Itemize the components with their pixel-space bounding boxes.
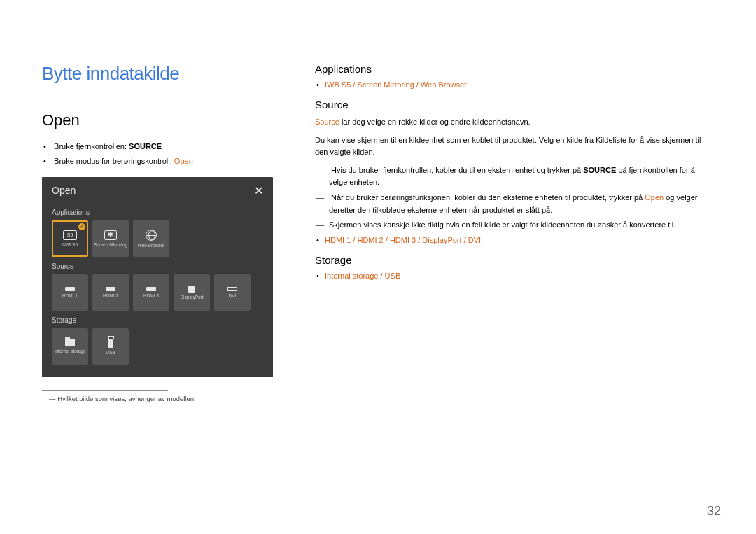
- dash1-bold: SOURCE: [583, 166, 616, 174]
- source-para1-rest: lar deg velge en rekke kilder og endre k…: [340, 118, 531, 126]
- tile-hdmi1[interactable]: HDMI 1: [52, 274, 88, 311]
- hdmi-icon: [106, 287, 115, 291]
- chapter-title: Bytte inndatakilde: [42, 63, 287, 85]
- tile-screen-mirroring[interactable]: Screen Mirroring: [92, 220, 129, 257]
- panel-title: Open: [52, 185, 76, 196]
- bullet-touch: Bruke modus for berøringskontroll: Open: [52, 154, 287, 169]
- apps-list-text: IWB S5 / Screen Mirroring / Web Browser: [325, 80, 467, 89]
- tile-web-browser[interactable]: Web Browser: [133, 220, 169, 257]
- bullet-touch-text: Bruke modus for berøringskontroll:: [54, 157, 174, 165]
- tile-label: Internal storage: [54, 349, 85, 353]
- bullet-remote-text: Bruke fjernkontrollen:: [54, 142, 129, 150]
- tile-label: IWB S5: [62, 242, 78, 247]
- dash2-orange: Open: [645, 193, 664, 202]
- dash-item-3: Skjermen vises kanskje ikke riktig hvis …: [329, 219, 714, 232]
- tile-usb[interactable]: USB: [92, 328, 129, 365]
- bullet-remote: Bruke fjernkontrollen: SOURCE: [52, 139, 287, 154]
- hdmi-icon: [146, 287, 156, 291]
- panel-source-label: Source: [42, 257, 273, 274]
- hdmi-icon: [65, 287, 75, 291]
- panel-apps-label: Applications: [42, 203, 273, 220]
- dash-item-2: Når du bruker berøringsfunksjonen, koble…: [329, 192, 714, 216]
- tile-hdmi3[interactable]: HDMI 3: [133, 274, 169, 311]
- hdmi-list-text: HDMI 1 / HDMI 2 / HDMI 3 / DisplayPort /…: [325, 236, 481, 244]
- dash2-a: Når du bruker berøringsfunksjonen, koble…: [331, 193, 645, 202]
- tile-label: USB: [106, 350, 115, 355]
- globe-icon: [146, 230, 157, 241]
- page-number: 32: [707, 504, 721, 519]
- close-icon[interactable]: ✕: [254, 184, 263, 197]
- tile-label: HDMI 3: [144, 293, 159, 298]
- tile-dvi[interactable]: DVI: [214, 274, 251, 311]
- dash-item-1: Hvis du bruker fjernkontrollen, kobler d…: [329, 164, 714, 189]
- source-para2: Du kan vise skjermen til en kildeenhet s…: [315, 134, 714, 159]
- mirror-icon: [104, 230, 117, 240]
- tile-internal-storage[interactable]: Internal storage: [52, 328, 88, 365]
- dash1-a: Hvis du bruker fjernkontrollen, kobler d…: [331, 166, 583, 174]
- open-panel: Open ✕ Applications ✓ S5 IWB S5 Screen M…: [42, 177, 273, 377]
- displayport-icon: [188, 286, 195, 293]
- apps-heading: Applications: [315, 63, 714, 75]
- tile-hdmi2[interactable]: HDMI 2: [92, 274, 129, 311]
- footnote: Hvilket bilde som vises, avhenger av mod…: [42, 395, 287, 402]
- tile-label: HDMI 1: [62, 293, 78, 298]
- panel-storage-label: Storage: [42, 311, 273, 328]
- tile-iwb-s5[interactable]: ✓ S5 IWB S5: [52, 220, 88, 257]
- dvi-icon: [227, 287, 237, 291]
- divider: [42, 390, 168, 391]
- section-open-heading: Open: [42, 111, 287, 129]
- bullet-touch-orange: Open: [174, 157, 193, 165]
- storage-list: Internal storage / USB: [315, 272, 714, 280]
- folder-icon: [65, 339, 75, 346]
- iwb-icon: S5: [63, 230, 77, 240]
- bullet-remote-bold: SOURCE: [129, 142, 162, 150]
- source-para1: Source lar deg velge en rekke kilder og …: [315, 116, 714, 129]
- usb-icon: [108, 338, 113, 348]
- tile-label: Web Browser: [138, 243, 165, 248]
- storage-heading: Storage: [315, 254, 714, 266]
- source-para1-orange: Source: [315, 118, 340, 126]
- hdmi-list: HDMI 1 / HDMI 2 / HDMI 3 / DisplayPort /…: [315, 236, 714, 244]
- tile-label: Screen Mirroring: [94, 242, 127, 247]
- tile-label: HDMI 2: [103, 293, 118, 298]
- tile-displayport[interactable]: DisplayPort: [174, 274, 210, 311]
- source-heading: Source: [315, 99, 714, 111]
- storage-list-text: Internal storage / USB: [325, 272, 400, 280]
- tile-label: DisplayPort: [180, 295, 203, 300]
- check-icon: ✓: [78, 223, 85, 230]
- tile-label: DVI: [229, 293, 237, 298]
- apps-list: IWB S5 / Screen Mirroring / Web Browser: [315, 80, 714, 89]
